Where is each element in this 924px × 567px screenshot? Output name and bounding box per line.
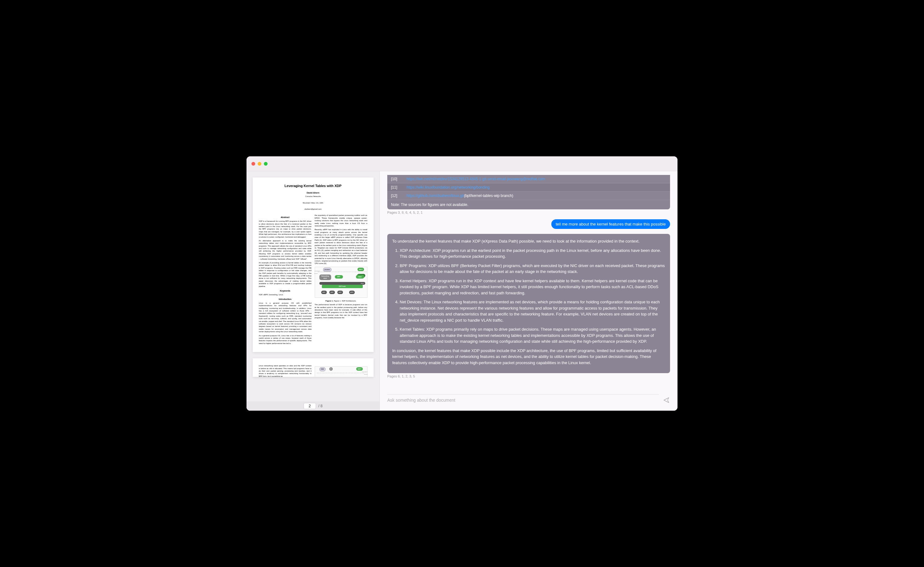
reference-row: [12]https://github.com/dsahern/linux.git… xyxy=(387,192,670,200)
pdf-page-1: Leveraging Kernel Tables with XDP David … xyxy=(253,177,374,352)
chat-messages[interactable]: [10]https://lwn.net/ml/netdev/1534129513… xyxy=(380,171,678,391)
reference-number: [10] xyxy=(391,177,406,181)
pdf-page-bar: / 8 xyxy=(246,402,380,411)
assistant-conclusion: In conclusion, the kernel features that … xyxy=(392,348,665,366)
user-bubble: tell me more about the kernel features t… xyxy=(551,219,670,229)
paper-email: dsahern@gmail.com xyxy=(259,208,368,210)
reference-link[interactable]: https://wiki.linuxfoundation.org/network… xyxy=(406,185,490,190)
ethn-box: ethN xyxy=(349,291,355,294)
paper-title: Leveraging Kernel Tables with XDP xyxy=(259,183,368,188)
assistant-point: Kernel Helpers: XDP programs run in the … xyxy=(400,278,665,296)
minimize-window-button[interactable] xyxy=(258,162,261,165)
agent-box: agent xyxy=(357,268,364,271)
page2-para: Linux networking stack operates on skbs … xyxy=(259,364,312,377)
chat-panel: dsa-xdp-kernel-tables-paper.pdf Locked G… xyxy=(380,171,678,411)
process-box: process xyxy=(323,268,332,272)
figure-1-diagram: userspace kernel process agent Networkin… xyxy=(315,267,368,298)
assistant-point: Net Devices: The Linux networking featur… xyxy=(400,299,665,323)
reference-number: [11] xyxy=(391,185,406,190)
send-button[interactable] xyxy=(663,396,670,404)
abstract-para: An alternative approach is to make the e… xyxy=(259,239,312,260)
reference-link[interactable]: https://lwn.net/ml/netdev/1534129513-484… xyxy=(406,177,545,181)
pages-label: Pages 3, 8, 6, 4, 5, 2, 1 xyxy=(387,211,670,214)
assistant-point: BPF Programs: XDP utilizes BPF (Berkeley… xyxy=(400,263,665,275)
col2-para: The performance benefit of XDP is becaus… xyxy=(315,303,368,319)
traffic-lights xyxy=(252,162,268,165)
pdf-panel: Leveraging Kernel Tables with XDP David … xyxy=(246,171,380,411)
pdf-page-2: Linux networking stack operates on skbs … xyxy=(253,358,374,377)
ip-box: ip xyxy=(329,367,333,371)
reference-number: [12] xyxy=(391,194,406,198)
intro-heading: Introduction xyxy=(259,298,312,301)
reference-row: [11]https://wiki.linuxfoundation.org/net… xyxy=(387,183,670,192)
page-number-input[interactable] xyxy=(303,403,316,409)
netstack-box: Networking stack xyxy=(320,275,331,280)
abstract-heading: Abstract xyxy=(259,216,312,219)
pages-label: Pages 6, 1, 2, 3, 5 xyxy=(387,374,670,378)
paper-location: Mountain View, CA, USA xyxy=(259,202,368,204)
references-block: [10]https://lwn.net/ml/netdev/1534129513… xyxy=(387,175,670,209)
abstract-para: An example of providing access to kernel… xyxy=(259,262,312,287)
col2-para: Recently, eBPF has exploded in Linux wit… xyxy=(315,228,368,265)
bpf-box: BPF xyxy=(335,275,343,278)
content-area: Leveraging Kernel Tables with XDP David … xyxy=(246,171,678,411)
paper-author: David Ahern xyxy=(259,191,368,194)
frr-box: FRR xyxy=(320,367,326,371)
chat-input[interactable] xyxy=(387,394,659,406)
agent2-box: agent xyxy=(356,367,363,371)
app-window: Leveraging Kernel Tables with XDP David … xyxy=(246,156,678,411)
reference-extra: (bpf/kernel-tables-wip branch) xyxy=(464,194,513,198)
maximize-window-button[interactable] xyxy=(264,162,268,165)
assistant-point: XDP Architecture: XDP programs run at th… xyxy=(400,248,665,260)
keywords-text: XDP, eBPF, forwarding, Linux. xyxy=(259,293,312,296)
keywords-heading: Keywords xyxy=(259,289,312,292)
reference-link[interactable]: https://github.com/dsahern/linux.git xyxy=(406,194,464,198)
page-total-label: / 8 xyxy=(318,404,322,408)
driver-box: driver xyxy=(320,282,365,285)
userspace2-label: userspace xyxy=(362,371,368,373)
kernel2-label: kernel xyxy=(364,373,368,375)
eth1-box: eth1 xyxy=(321,291,327,294)
pdf-viewer[interactable]: Leveraging Kernel Tables with XDP David … xyxy=(246,171,380,402)
kernel-label: kernel xyxy=(314,273,318,275)
references-note: Note: The sources for figures are not av… xyxy=(387,200,670,209)
user-message: tell me more about the kernel features t… xyxy=(387,219,670,229)
col2-para: the popularity of specialized packet pro… xyxy=(315,214,368,227)
close-window-button[interactable] xyxy=(252,162,255,165)
intro-para: Linux is a general purpose OS with estab… xyxy=(259,302,312,333)
eth3-box: eth3 xyxy=(338,291,343,294)
chat-input-bar xyxy=(380,391,678,411)
assistant-message: To understand the kernel features that m… xyxy=(387,234,670,373)
assistant-intro: To understand the kernel features that m… xyxy=(392,238,665,244)
maps-box: maps xyxy=(356,275,364,278)
intro-para: As a general purpose OS, Linux has a lot… xyxy=(259,334,312,345)
figure-1-caption: Figure 1. Figure 1. XDP Architecture. xyxy=(315,299,368,302)
xdphook-box: XDP hook xyxy=(322,285,363,288)
assistant-point: Kernel Tables: XDP programs primarily re… xyxy=(400,326,665,344)
titlebar xyxy=(246,156,678,171)
eth2-box: eth2 xyxy=(329,291,335,294)
references-list: [10]https://lwn.net/ml/netdev/1534129513… xyxy=(387,175,670,200)
paper-company: Cumulus Networks xyxy=(259,195,368,198)
reference-row: [10]https://lwn.net/ml/netdev/1534129513… xyxy=(387,175,670,183)
abstract-para: XDP is a framework for running BPF progr… xyxy=(259,220,312,238)
assistant-points-list: XDP Architecture: XDP programs run at th… xyxy=(392,248,665,344)
figure-2-diagram: FRR ip agent userspace kernel xyxy=(315,366,368,377)
send-icon xyxy=(663,397,669,403)
